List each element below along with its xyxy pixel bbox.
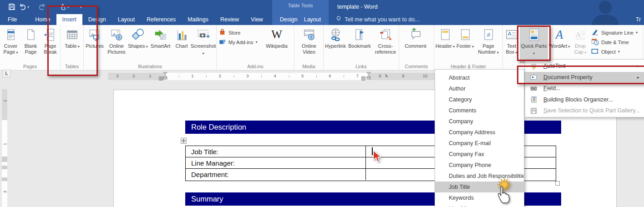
field-label-cell[interactable]: Department: bbox=[186, 169, 366, 180]
table-button[interactable]: Table ▾ bbox=[61, 25, 83, 63]
tab-view[interactable]: View bbox=[245, 14, 269, 25]
field-label-cell[interactable]: Line Manager: bbox=[186, 157, 366, 168]
word-application-window: ▾▾▾ Table Tools DesignLayout template - … bbox=[0, 0, 644, 207]
pictures-label: Pictures bbox=[86, 43, 104, 49]
property-item-job-title[interactable]: Job Title bbox=[435, 182, 524, 192]
property-item-company-e-mail[interactable]: Company E-mail bbox=[435, 138, 524, 149]
property-item-abstract[interactable]: Abstract bbox=[435, 72, 524, 83]
cross-reference-button[interactable]: Cross-reference bbox=[372, 25, 399, 63]
property-item-company-address[interactable]: Company Address bbox=[435, 127, 524, 138]
ruler-number: 3 bbox=[115, 73, 120, 78]
chart-button[interactable]: Chart bbox=[173, 25, 190, 63]
indent-markers-icon[interactable] bbox=[163, 72, 167, 81]
table-row-marker[interactable] bbox=[2, 166, 7, 169]
tell-me-box[interactable]: Tell me what you want to do... bbox=[335, 15, 420, 24]
tab-selector-button[interactable]: L bbox=[3, 70, 10, 77]
cover-page-button[interactable]: Cover Page ▾ bbox=[0, 25, 21, 63]
my-add-ins-button[interactable]: My Add-ins▾ bbox=[217, 37, 262, 47]
page-break-button[interactable]: Page Break bbox=[41, 25, 60, 63]
shapes-button[interactable]: Shapes ▾ bbox=[128, 25, 148, 63]
property-item-company-phone[interactable]: Company Phone bbox=[435, 160, 524, 171]
page-number-button[interactable]: #Page Number ▾ bbox=[475, 25, 502, 63]
contextual-tab-layout[interactable]: Layout bbox=[304, 14, 321, 25]
object-label: Object bbox=[601, 49, 616, 55]
blank-page-button[interactable]: Blank Page bbox=[21, 25, 41, 63]
pictures-button[interactable]: Pictures bbox=[84, 25, 105, 63]
page-number-icon: # bbox=[482, 27, 496, 42]
svg-text:A: A bbox=[507, 30, 511, 36]
tab-references[interactable]: References bbox=[141, 14, 182, 25]
group-label: Tables bbox=[61, 64, 83, 69]
property-item-duties-and-job-responsibilities[interactable]: Duties and Job Responsibilities bbox=[435, 171, 524, 182]
quick-parts-button[interactable]: Quick Parts ▾ bbox=[520, 25, 548, 63]
online-video-button[interactable]: Online Video bbox=[295, 25, 323, 63]
customize-qat-button[interactable]: ▾ bbox=[77, 1, 85, 13]
table-move-handle[interactable] bbox=[181, 138, 187, 144]
property-item-comments[interactable]: Comments bbox=[435, 105, 524, 116]
comment-button[interactable]: Comment bbox=[400, 25, 431, 63]
vertical-ruler[interactable]: 113 bbox=[2, 89, 7, 207]
table-tools-contextual-block: Table Tools DesignLayout bbox=[272, 0, 329, 25]
wikipedia-button[interactable]: WWikipedia bbox=[262, 25, 292, 63]
screenshot-button[interactable]: Screenshot ▾ bbox=[190, 25, 216, 63]
menu-item-field[interactable]: Field... bbox=[525, 83, 644, 94]
smartart-button[interactable]: SmartArt bbox=[148, 25, 173, 63]
property-item-company-fax[interactable]: Company Fax bbox=[435, 149, 524, 160]
user-avatar bbox=[583, 0, 628, 25]
property-item-author[interactable]: Author bbox=[435, 83, 524, 94]
wordart-button[interactable]: AWordArt ▾ bbox=[548, 25, 571, 63]
property-item-line-manager[interactable]: Line Manager bbox=[435, 203, 524, 207]
tab-home[interactable]: Home bbox=[29, 14, 56, 25]
menu-item-autotext[interactable]: AutoText▸ bbox=[525, 61, 644, 72]
save-icon bbox=[8, 3, 15, 10]
tab-mailings[interactable]: Mailings bbox=[182, 14, 214, 25]
hyperlink-button[interactable]: Hyperlink bbox=[324, 25, 347, 63]
autotext-icon bbox=[528, 62, 539, 70]
text-box-button[interactable]: AText Box ▾ bbox=[503, 25, 520, 63]
text-caret bbox=[372, 147, 373, 155]
ribbon-group-header-footer: Header ▾Footer ▾#Page Number ▾Header & F… bbox=[434, 25, 503, 70]
table-row-marker[interactable] bbox=[2, 177, 7, 181]
small-button-stack: StoreMy Add-ins▾ bbox=[217, 25, 262, 63]
date-time-button[interactable]: Date & Time bbox=[590, 37, 641, 47]
contextual-tabs: DesignLayout bbox=[272, 14, 329, 25]
property-item-company[interactable]: Company bbox=[435, 116, 524, 127]
online-pictures-button[interactable]: Online Pictures bbox=[105, 25, 128, 63]
store-button[interactable]: Store bbox=[217, 28, 262, 37]
svg-text:#: # bbox=[487, 31, 490, 38]
chevron-down-icon: ▾ bbox=[77, 45, 80, 49]
tab-layout[interactable]: Layout bbox=[112, 14, 141, 25]
ribbon-group-links: HyperlinkBookmarkCross-referenceLinks bbox=[324, 25, 399, 70]
table-column-marker-icon[interactable] bbox=[361, 74, 365, 82]
bookmark-button[interactable]: Bookmark bbox=[347, 25, 372, 63]
property-item-category[interactable]: Category bbox=[435, 94, 524, 105]
tab-insert[interactable]: Insert bbox=[56, 14, 82, 25]
comment-label: Comment bbox=[405, 43, 426, 49]
chevron-down-icon: ▾ bbox=[496, 50, 498, 55]
property-item-keywords[interactable]: Keywords bbox=[435, 192, 524, 203]
tab-stop-marker[interactable]: L bbox=[385, 73, 388, 78]
table-resize-handle[interactable] bbox=[555, 181, 560, 186]
save-button[interactable] bbox=[6, 1, 17, 13]
ribbon-group-illustrations: PicturesOnline PicturesShapes ▾SmartArtC… bbox=[84, 25, 217, 70]
table-column-marker-icon[interactable] bbox=[159, 74, 163, 82]
tab-design[interactable]: Design bbox=[82, 14, 112, 25]
footer-button[interactable]: Footer ▾ bbox=[456, 25, 475, 63]
signature-line-button[interactable]: Signature Line▾ bbox=[590, 28, 641, 37]
undo-button[interactable]: ▾ bbox=[17, 1, 32, 13]
header-button[interactable]: Header ▾ bbox=[435, 25, 456, 63]
touch-mode-button[interactable]: ▾ bbox=[57, 1, 72, 13]
chart-label: Chart bbox=[176, 43, 188, 49]
contextual-tab-design[interactable]: Design bbox=[280, 14, 298, 25]
chevron-down-icon: ▾ bbox=[26, 5, 30, 9]
redo-button[interactable] bbox=[36, 1, 47, 13]
ruler-number: 4 bbox=[272, 73, 278, 78]
object-button[interactable]: Object▾ bbox=[590, 47, 641, 56]
field-label-cell[interactable]: Job Title: bbox=[186, 146, 366, 157]
tab-file[interactable]: File bbox=[2, 14, 23, 25]
indent-markers-icon[interactable] bbox=[366, 72, 371, 81]
menu-item-document-property[interactable]: Document Property▸ bbox=[525, 72, 644, 83]
tab-review[interactable]: Review bbox=[214, 14, 245, 25]
menu-item-building-blocks-organizer[interactable]: Building Blocks Organizer... bbox=[525, 94, 644, 106]
table-row-marker[interactable] bbox=[2, 157, 7, 162]
